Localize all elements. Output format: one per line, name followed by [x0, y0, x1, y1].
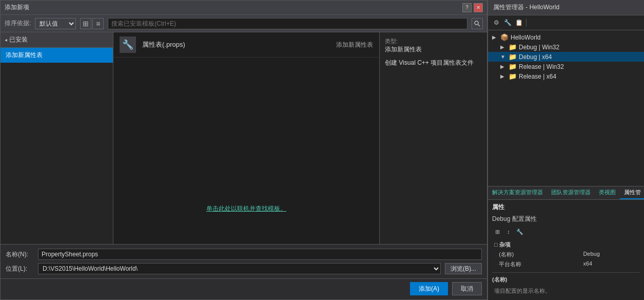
tree-arrow-release-win32: ▶ — [500, 64, 506, 69]
toolbar-row: 排序依据: 默认值 名称 类型 ⊞ ≡ — [1, 15, 487, 32]
property-manager-toolbar: ⚙ 🔧 📋 — [488, 15, 644, 30]
tab-property-manager[interactable]: 属性管 — [620, 186, 644, 199]
folder-icon-debug-win32: 📁 — [509, 43, 517, 51]
location-label: 位置(L): — [6, 265, 34, 273]
template-item-props[interactable]: 🔧 属性表(.props) 添加新属性表 — [113, 32, 379, 58]
tab-class-view[interactable]: 类视图 — [595, 186, 620, 199]
props-key-platform: 平台名称 — [492, 259, 581, 269]
left-panel-header: ◂ 已安装 — [1, 32, 113, 48]
bottom-tabs: 解决方案资源管理器 团队资源管理器 类视图 属性管 — [488, 186, 644, 199]
props-value-platform: x64 — [581, 259, 640, 269]
list-view-button[interactable]: ≡ — [92, 18, 104, 29]
properties-toolbar: ⊞ ↕ 🔧 — [492, 227, 640, 237]
project-icon: 📦 — [500, 33, 509, 41]
grid-view-button[interactable]: ⊞ — [80, 18, 91, 29]
info-panel: 类型: 添加新属性表 创建 Visual C++ 项目属性表文件 — [379, 32, 487, 244]
find-online-link[interactable]: 单击此处以联机并查找模板。 — [206, 204, 286, 213]
props-sort-btn[interactable]: ↕ — [503, 227, 514, 237]
tree-label-debug-x64: Debug | x64 — [519, 53, 552, 61]
name-input[interactable] — [38, 249, 482, 260]
tree-item-debug-x64[interactable]: ▼ 📁 Debug | x64 — [488, 52, 644, 62]
installed-item-props[interactable]: 添加新属性表 — [1, 48, 113, 63]
close-button[interactable]: ✕ — [474, 3, 483, 12]
info-desc: 创建 Visual C++ 项目属性表文件 — [385, 58, 482, 67]
properties-subtitle: Debug 配置属性 — [492, 215, 640, 223]
props-wrench-btn[interactable]: 🔧 — [515, 227, 525, 237]
props-value-name: Debug — [581, 250, 640, 259]
tree-item-release-win32[interactable]: ▶ 📁 Release | Win32 — [488, 62, 644, 71]
center-panel: 🔧 属性表(.props) 添加新属性表 单击此处以联机并查找模板。 — [113, 32, 379, 244]
tree-item-release-x64[interactable]: ▶ 📁 Release | x64 — [488, 71, 644, 81]
tree-root-label: HelloWorld — [511, 34, 540, 41]
props-selected-name: (名称) — [492, 276, 640, 284]
search-icon — [474, 21, 480, 27]
properties-title: 属性 — [492, 203, 640, 212]
bottom-input-area: 名称(N): 位置(L): D:\VS2015\HelloWorld\Hello… — [1, 244, 487, 278]
add-button[interactable]: 添加(A) — [410, 282, 448, 295]
properties-section: 属性 Debug 配置属性 ⊞ ↕ 🔧 □ 杂项 (名称) Debug 平台名称… — [488, 199, 644, 300]
gear-tool-button[interactable]: ⚙ — [491, 17, 501, 28]
help-button[interactable]: ? — [462, 3, 472, 12]
tree-label-release-x64: Release | x64 — [519, 73, 556, 80]
location-input-row: 位置(L): D:\VS2015\HelloWorld\HelloWorld\ … — [6, 263, 482, 274]
toolbar-divider — [526, 18, 526, 27]
tree-item-debug-win32[interactable]: ▶ 📁 Debug | Win32 — [488, 42, 644, 52]
tree-expand-arrow: ▶ — [492, 34, 498, 40]
main-content: ◂ 已安装 添加新属性表 🔧 属性表(.props) 添加新属性表 单击此处以联… — [1, 32, 487, 244]
collapse-arrow-icon: ◂ — [5, 37, 7, 43]
add-new-item-dialog: 添加新项 ? ✕ 排序依据: 默认值 名称 类型 ⊞ ≡ ◂ — [0, 0, 487, 300]
view-buttons: ⊞ ≡ — [80, 18, 104, 29]
tree-arrow-debug-win32: ▶ — [500, 44, 506, 50]
tree-arrow-release-x64: ▶ — [500, 73, 506, 79]
template-add-label: 添加新属性表 — [336, 41, 373, 49]
template-name-props: 属性表(.props) — [142, 40, 185, 49]
tree-label-debug-win32: Debug | Win32 — [519, 44, 559, 51]
location-select[interactable]: D:\VS2015\HelloWorld\HelloWorld\ — [38, 263, 441, 274]
props-selected-desc: 项目配置的显示名称。 — [492, 285, 640, 297]
svg-point-0 — [475, 21, 478, 25]
tree-arrow-debug-x64: ▼ — [500, 54, 506, 60]
action-row: 添加(A) 取消 — [1, 278, 487, 299]
info-type-label: 类型: — [385, 38, 482, 45]
tab-team-explorer[interactable]: 团队资源管理器 — [547, 186, 595, 199]
wrench-tool-button[interactable]: 🔧 — [502, 17, 513, 28]
dialog-title: 添加新项 — [5, 3, 29, 12]
property-manager-panel: 属性管理器 - HelloWorld ⚙ 🔧 📋 ▶ 📦 HelloWorld … — [487, 0, 644, 300]
props-key-name: (名称) — [492, 250, 581, 259]
left-panel-title: 已安装 — [9, 35, 28, 44]
name-input-row: 名称(N): — [6, 249, 482, 260]
props-group-misc: □ 杂项 — [492, 240, 640, 250]
sort-select[interactable]: 默认值 名称 类型 — [35, 18, 76, 29]
tree-label-release-win32: Release | Win32 — [519, 63, 564, 70]
props-grid-btn[interactable]: ⊞ — [492, 227, 502, 237]
search-button[interactable] — [472, 18, 483, 29]
left-panel: ◂ 已安装 添加新属性表 — [1, 32, 113, 244]
properties-table: □ 杂项 (名称) Debug 平台名称 x64 — [492, 240, 640, 269]
folder-icon-release-x64: 📁 — [509, 72, 517, 80]
clipboard-tool-button[interactable]: 📋 — [514, 17, 524, 28]
folder-icon-release-win32: 📁 — [509, 63, 517, 70]
dialog-titlebar: 添加新项 ? ✕ — [1, 1, 487, 15]
property-manager-header: 属性管理器 - HelloWorld — [488, 0, 644, 15]
folder-icon-debug-x64: 📁 — [509, 53, 517, 61]
template-icon-props: 🔧 — [120, 36, 136, 53]
sort-label: 排序依据: — [5, 19, 31, 28]
tree-root-helloworld[interactable]: ▶ 📦 HelloWorld — [488, 32, 644, 42]
cancel-button[interactable]: 取消 — [452, 282, 482, 295]
titlebar-buttons: ? ✕ — [462, 3, 483, 12]
browse-button[interactable]: 浏览(B)... — [445, 263, 482, 274]
props-desc-area: (名称) 项目配置的显示名称。 — [492, 272, 640, 297]
name-label: 名称(N): — [6, 250, 34, 259]
info-type-value: 添加新属性表 — [385, 45, 482, 54]
tab-solution-explorer[interactable]: 解决方案资源管理器 — [488, 186, 547, 199]
tree-area: ▶ 📦 HelloWorld ▶ 📁 Debug | Win32 ▼ 📁 Deb… — [488, 30, 644, 186]
search-input[interactable] — [108, 18, 467, 29]
svg-line-1 — [478, 24, 480, 26]
